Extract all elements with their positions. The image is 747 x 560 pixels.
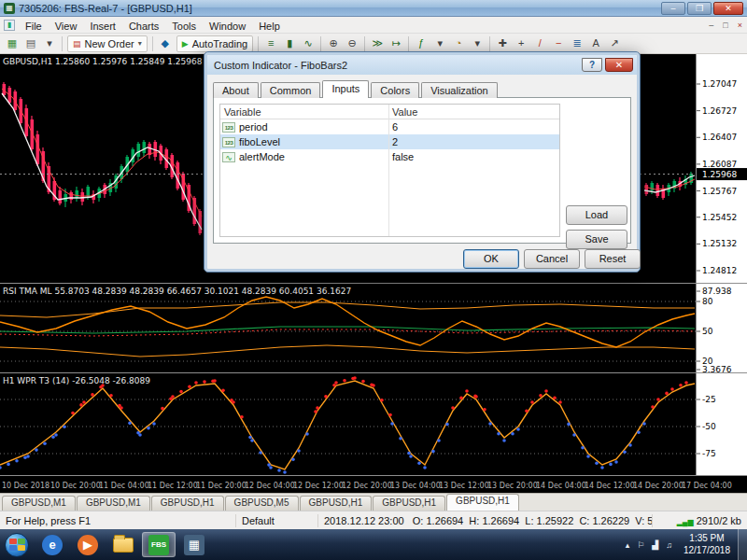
chart-restore-icon[interactable]: □ (718, 21, 732, 30)
restore-button[interactable]: ❒ (687, 2, 712, 15)
parameters-table[interactable]: Variable Value 123period6123fiboLevel2∿a… (219, 104, 560, 237)
menu-item-view[interactable]: View (49, 20, 84, 33)
taskbar-app-metatrader[interactable]: ▦ (177, 532, 211, 557)
profiles-dropdown-icon[interactable]: ▾ (41, 35, 58, 52)
dialog-close-button[interactable]: ✕ (605, 58, 633, 72)
inputs-tab-page: Variable Value 123period6123fiboLevel2∿a… (213, 97, 631, 244)
chart-tab-2[interactable]: GBPUSD,H1 (151, 496, 224, 511)
timeframes-icon[interactable]: ◔ (450, 35, 467, 52)
param-row-fiboLevel[interactable]: 123fiboLevel2 (220, 134, 559, 149)
taskbar-clock[interactable]: 1:35 PM 12/17/2018 (676, 533, 738, 556)
dialog-title-bar[interactable]: Custom Indicator - FiboBars2 ? ✕ (207, 55, 637, 75)
dialog-tab-common[interactable]: Common (261, 82, 321, 98)
svg-text:13 Dec 20:00: 13 Dec 20:00 (487, 482, 538, 490)
line-mode-icon[interactable]: ∿ (300, 35, 317, 52)
menu-item-insert[interactable]: Insert (83, 20, 122, 33)
start-button[interactable] (5, 533, 29, 557)
new-order-dropdown-icon[interactable]: ▾ (138, 39, 142, 48)
load-button[interactable]: Load (566, 205, 627, 225)
new-chart-icon[interactable]: ▦ (4, 35, 21, 52)
indicator-param-icon: ∿ (222, 152, 235, 162)
svg-text:1.27047: 1.27047 (702, 79, 737, 89)
chart-close-icon[interactable]: × (733, 21, 747, 30)
autotrading-button[interactable]: ▶AutoTrading (176, 35, 253, 52)
timeframes-dropdown-icon[interactable]: ▾ (469, 35, 486, 52)
new-order-button[interactable]: ▤New Order▾ (67, 35, 148, 52)
hidden-icons-arrow[interactable]: ▴ (622, 540, 634, 550)
cursor-icon[interactable]: ✚ (494, 35, 511, 52)
dialog-help-button[interactable]: ? (582, 58, 602, 72)
auto-scroll-icon[interactable]: ≫ (369, 35, 386, 52)
expert-advisors-icon[interactable]: ◆ (157, 35, 174, 52)
taskbar-app-media-player[interactable]: ▶ (71, 532, 105, 557)
chart-profiles-icon[interactable]: ▤ (22, 35, 39, 52)
show-desktop-button[interactable] (738, 529, 747, 560)
trendline-icon[interactable]: / (531, 35, 548, 52)
file-explorer-icon (113, 538, 134, 553)
menu-item-help[interactable]: Help (252, 20, 287, 33)
close-button[interactable]: ✕ (713, 2, 743, 15)
zoom-in-icon[interactable]: ⊕ (325, 35, 342, 52)
taskbar-app-file-explorer[interactable] (106, 532, 140, 557)
param-row-alertMode[interactable]: ∿alertModefalse (220, 149, 559, 164)
menu-item-tools[interactable]: Tools (165, 20, 203, 33)
svg-text:12 Dec 20:00: 12 Dec 20:00 (342, 482, 392, 490)
new-order-icon: ▤ (73, 39, 81, 49)
arrows-tool-icon[interactable]: ↗ (606, 35, 623, 52)
param-value[interactable]: 2 (388, 134, 559, 149)
param-row-period[interactable]: 123period6 (220, 119, 559, 134)
indicators-dropdown-icon[interactable]: ▾ (431, 35, 448, 52)
autotrading-label: AutoTrading (192, 38, 248, 49)
volume-icon[interactable]: ♫ (662, 540, 676, 550)
network-icon[interactable]: ▟ (648, 540, 662, 550)
status-profile[interactable]: Default (235, 514, 317, 527)
dialog-tab-about[interactable]: About (213, 82, 259, 98)
save-button[interactable]: Save (566, 230, 627, 249)
chart-tab-0[interactable]: GBPUSD,M1 (2, 496, 76, 511)
bars-mode-icon[interactable]: ≡ (262, 35, 279, 52)
svg-text:1.25132: 1.25132 (702, 239, 737, 248)
fibonacci-icon[interactable]: ≣ (569, 35, 585, 52)
taskbar-app-fbs-app[interactable]: FBS (142, 532, 176, 557)
new-order-label: New Order (85, 38, 134, 49)
crosshair-icon[interactable]: + (513, 35, 529, 52)
param-value[interactable]: 6 (388, 119, 559, 134)
svg-text:12 Dec 12:00: 12 Dec 12:00 (293, 482, 344, 490)
main-chart-label: GBPUSD,H1 1.25860 1.25976 1.25849 1.2596… (3, 57, 203, 66)
action-center-icon[interactable]: ⚐ (633, 540, 648, 550)
chart-tab-4[interactable]: GBPUSD,H1 (300, 496, 373, 511)
svg-text:-75: -75 (702, 449, 716, 458)
svg-text:-25: -25 (702, 395, 716, 404)
minimize-button[interactable]: – (661, 2, 685, 15)
text-label-icon[interactable]: A (587, 35, 604, 52)
dialog-tab-visualization[interactable]: Visualization (421, 82, 498, 98)
ok-button[interactable]: OK (463, 249, 519, 269)
cancel-button[interactable]: Cancel (524, 249, 580, 269)
menu-item-charts[interactable]: Charts (122, 20, 165, 33)
chart-tab-3[interactable]: GBPUSD,M5 (225, 496, 299, 511)
svg-text:13 Dec 12:00: 13 Dec 12:00 (439, 482, 489, 490)
indicators-icon[interactable]: ƒ (413, 35, 430, 52)
menu-item-window[interactable]: Window (203, 20, 252, 33)
zoom-out-icon[interactable]: ⊖ (344, 35, 360, 52)
menu-item-file[interactable]: File (19, 20, 49, 33)
dialog-tab-inputs[interactable]: Inputs (322, 80, 369, 98)
chart-tab-5[interactable]: GBPUSD,H1 (373, 496, 445, 511)
chart-shift-icon[interactable]: ↦ (388, 35, 404, 52)
horizontal-line-icon[interactable]: − (550, 35, 567, 52)
chart-tab-6[interactable]: GBPUSD,H1 (446, 494, 519, 511)
taskbar: e▶FBS▦ ▴ ⚐ ▟ ♫ 1:35 PM 12/17/2018 (0, 529, 747, 560)
taskbar-app-internet-explorer[interactable]: e (35, 532, 69, 557)
svg-text:1.25452: 1.25452 (702, 213, 737, 222)
dialog-tab-colors[interactable]: Colors (371, 82, 419, 98)
svg-text:14 Dec 12:00: 14 Dec 12:00 (585, 482, 635, 490)
price-scale[interactable] (697, 54, 747, 475)
param-value[interactable]: false (388, 149, 559, 164)
chart-tab-1[interactable]: GBPUSD,M1 (77, 496, 150, 511)
svg-text:1.26407: 1.26407 (702, 133, 737, 142)
candles-mode-icon[interactable]: ▮ (281, 35, 298, 52)
chart-minimize-icon[interactable]: – (704, 21, 718, 30)
reset-button[interactable]: Reset (585, 249, 641, 269)
svg-text:87.938: 87.938 (702, 287, 732, 296)
menu-bar: ▮ FileViewInsertChartsToolsWindowHelp – … (0, 17, 747, 34)
